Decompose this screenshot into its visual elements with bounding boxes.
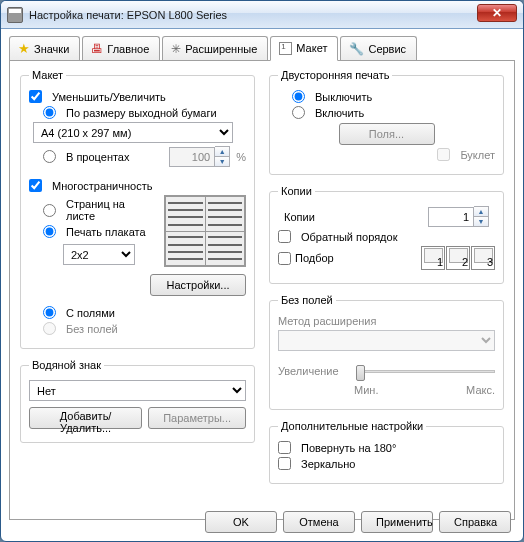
help-button[interactable]: Справка: [439, 511, 511, 533]
tab-bar: ★Значки 🖶Главное ✳Расширенные Макет 🔧Сер…: [1, 29, 523, 60]
group-borderless: Без полей Метод расширения Увеличение Ми…: [269, 294, 504, 410]
chevron-down-icon: ▼: [215, 157, 229, 166]
percent-symbol: %: [236, 151, 246, 163]
print-settings-window: Настройка печати: EPSON L800 Series ✕ ★З…: [0, 0, 524, 542]
tab-service[interactable]: 🔧Сервис: [340, 36, 417, 61]
ok-button[interactable]: OK: [205, 511, 277, 533]
watermark-params-button: Параметры...: [148, 407, 246, 429]
right-column: Двусторонняя печать Выключить Включить П…: [269, 69, 504, 509]
chevron-up-icon[interactable]: ▲: [474, 207, 488, 217]
method-select: [278, 330, 495, 351]
poster-preview-icon: [164, 195, 246, 267]
star-icon: ★: [18, 41, 30, 56]
dialog-buttons: OK Отмена Применить Справка: [205, 511, 511, 533]
with-margins-radio[interactable]: [43, 306, 56, 319]
duplex-off-label: Выключить: [315, 91, 372, 103]
tab-content: Макет Уменьшить/Увеличить По размеру вых…: [9, 60, 515, 520]
group-title: Водяной знак: [29, 359, 104, 371]
poster-label: Печать плаката: [66, 226, 146, 238]
duplex-margins-button: Поля...: [339, 123, 435, 145]
percent-input: [169, 147, 215, 167]
window-title: Настройка печати: EPSON L800 Series: [29, 9, 227, 21]
multipage-checkbox[interactable]: [29, 179, 42, 192]
tab-icons[interactable]: ★Значки: [9, 36, 80, 61]
duplex-off-radio[interactable]: [292, 90, 305, 103]
watermark-add-remove-button[interactable]: Добавить/Удалить...: [29, 407, 142, 429]
group-layout: Макет Уменьшить/Увеличить По размеру вых…: [20, 69, 255, 349]
enlarge-label: Увеличение: [278, 365, 350, 377]
collate-checkbox[interactable]: [278, 252, 291, 265]
duplex-on-label: Включить: [315, 107, 364, 119]
min-label: Мин.: [354, 384, 378, 396]
pages-per-sheet-label: Страниц на листе: [66, 198, 154, 222]
close-button[interactable]: ✕: [477, 4, 517, 22]
group-title: Дополнительные настройки: [278, 420, 426, 432]
pages-per-sheet-radio[interactable]: [43, 204, 56, 217]
group-title: Макет: [29, 69, 66, 81]
booklet-checkbox: [437, 148, 450, 161]
printer-icon: [7, 7, 23, 23]
group-title: Копии: [278, 185, 315, 197]
booklet-label: Буклет: [460, 149, 495, 161]
wrench-icon: 🔧: [349, 42, 364, 56]
fit-to-page-label: По размеру выходной бумаги: [66, 107, 217, 119]
duplex-on-radio[interactable]: [292, 106, 305, 119]
poster-size-select[interactable]: 2x2: [63, 244, 135, 265]
method-label: Метод расширения: [278, 315, 376, 327]
by-percent-radio[interactable]: [43, 150, 56, 163]
layout-icon: [279, 42, 292, 55]
group-duplex: Двусторонняя печать Выключить Включить П…: [269, 69, 504, 175]
reverse-order-label: Обратный порядок: [301, 231, 397, 243]
reduce-enlarge-label: Уменьшить/Увеличить: [52, 91, 166, 103]
watermark-select[interactable]: Нет: [29, 380, 246, 401]
group-watermark: Водяной знак Нет Добавить/Удалить... Пар…: [20, 359, 255, 443]
chevron-down-icon[interactable]: ▼: [474, 217, 488, 226]
group-title: Без полей: [278, 294, 336, 306]
mirror-label: Зеркально: [301, 458, 355, 470]
tab-label: Главное: [107, 43, 149, 55]
cancel-button[interactable]: Отмена: [283, 511, 355, 533]
group-title: Двусторонняя печать: [278, 69, 392, 81]
collate-diagram-icon: 1 2 3: [421, 246, 495, 270]
titlebar: Настройка печати: EPSON L800 Series ✕: [1, 1, 523, 29]
chevron-up-icon: ▲: [215, 147, 229, 157]
fit-to-page-radio[interactable]: [43, 106, 56, 119]
reduce-enlarge-checkbox[interactable]: [29, 90, 42, 103]
enlarge-slider: [356, 361, 495, 381]
apply-button[interactable]: Применить: [361, 511, 433, 533]
multipage-settings-button[interactable]: Настройки...: [150, 274, 246, 296]
no-margins-label: Без полей: [66, 323, 118, 335]
copies-input[interactable]: [428, 207, 474, 227]
rotate-180-label: Повернуть на 180°: [301, 442, 396, 454]
percent-spinner[interactable]: ▲▼: [169, 146, 230, 167]
tab-label: Значки: [34, 43, 69, 55]
tab-layout[interactable]: Макет: [270, 36, 338, 61]
copies-label: Копии: [284, 211, 315, 223]
tab-advanced[interactable]: ✳Расширенные: [162, 36, 268, 61]
left-column: Макет Уменьшить/Увеличить По размеру вых…: [20, 69, 255, 509]
rotate-180-checkbox[interactable]: [278, 441, 291, 454]
max-label: Макс.: [466, 384, 495, 396]
collate-label: Подбор: [295, 252, 334, 264]
paper-size-select[interactable]: A4 (210 x 297 мм): [33, 122, 233, 143]
with-margins-label: С полями: [66, 307, 115, 319]
mirror-checkbox[interactable]: [278, 457, 291, 470]
tab-label: Сервис: [368, 43, 406, 55]
gear-icon: ✳: [171, 42, 181, 56]
poster-radio[interactable]: [43, 225, 56, 238]
tab-main[interactable]: 🖶Главное: [82, 36, 160, 61]
tab-label: Макет: [296, 42, 327, 54]
group-copies: Копии Копии ▲▼ Обратный порядок Подбор 1: [269, 185, 504, 284]
tab-label: Расширенные: [185, 43, 257, 55]
group-extra: Дополнительные настройки Повернуть на 18…: [269, 420, 504, 484]
no-margins-radio: [43, 322, 56, 335]
multipage-label: Многостраничность: [52, 180, 152, 192]
reverse-order-checkbox[interactable]: [278, 230, 291, 243]
copies-spinner[interactable]: ▲▼: [428, 206, 489, 227]
by-percent-label: В процентах: [66, 151, 130, 163]
printer-main-icon: 🖶: [91, 42, 103, 56]
